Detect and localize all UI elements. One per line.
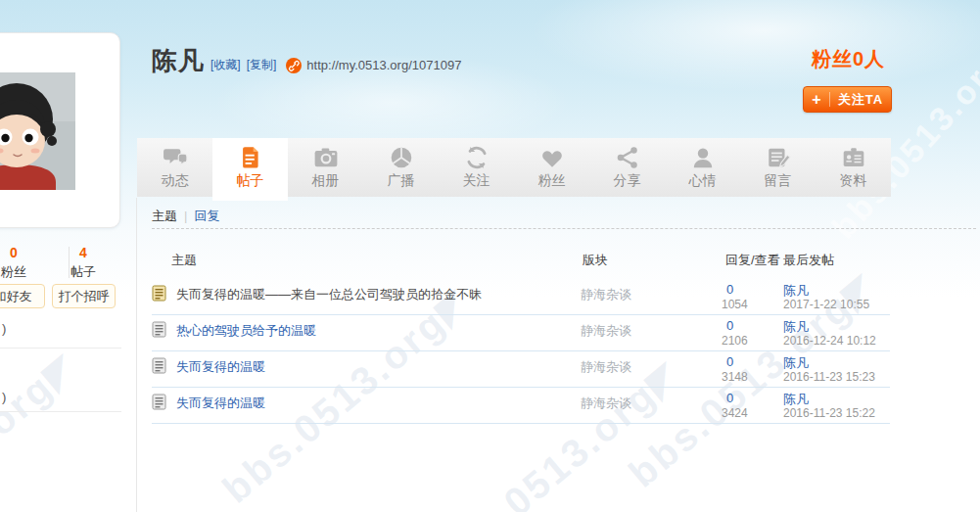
fans-count-label: 粉丝0人 [812,46,885,72]
avatar-card [0,32,120,228]
add-friend-button[interactable]: 加好友 [0,284,45,308]
tab-guanzhu[interactable]: 关注 [439,138,514,197]
topic-title-link[interactable]: 失而复得的温暖——来自一位总公司驾驶员的拾金不昧 [176,286,482,303]
topic-views: 3424 [722,406,748,420]
col-header-last-post: 最后发帖 [783,252,834,269]
globe-sphere-icon [389,145,414,170]
topic-title-link[interactable]: 热心的驾驶员给予的温暖 [176,322,316,340]
topic-icon [152,357,166,374]
link-ball-icon [286,58,302,73]
stat-fans[interactable]: 0 粉丝 [0,245,53,281]
tab-tiezi-active[interactable]: 帖子 [212,138,288,201]
topic-replies[interactable]: 0 [726,318,733,333]
col-header-replies-views: 回复/查看 [725,252,780,269]
copy-link[interactable]: [复制] [247,57,277,73]
tab-fensi[interactable]: 粉丝 [514,138,589,197]
topic-views: 1054 [722,298,748,311]
table-row: 热心的驾驶员给予的温暖 静海杂谈 0 2106 陈凡 2016-12-24 10… [152,315,890,351]
person-icon [690,145,716,170]
last-post-date: 2016-11-23 15:23 [783,370,875,384]
page-title: 陈凡 [152,44,205,78]
stat-posts[interactable]: 4 帖子 [51,245,116,281]
col-header-forum: 版块 [583,252,608,269]
chat-bubbles-icon [163,145,188,170]
refresh-arrows-icon [464,145,490,170]
subnav-topics[interactable]: 主题 [152,209,177,223]
subnav-divider: | [184,209,187,223]
profile-url-wrap: http://my.0513.org/1071097 [286,58,461,73]
stat-posts-label: 帖子 [51,263,116,281]
topic-forum[interactable]: 静海杂谈 [581,322,631,340]
topic-replies[interactable]: 0 [726,391,733,405]
tab-xinqing[interactable]: 心情 [665,138,740,197]
profile-tabbar: 动态 帖子 相册 [137,138,891,197]
topic-title-link[interactable]: 失而复得的温暖 [176,395,265,412]
favorite-link[interactable]: [收藏] [210,57,241,73]
table-row: 失而复得的温暖——来自一位总公司驾驶员的拾金不昧 静海杂谈 0 1054 陈凡 … [152,279,890,315]
table-row: 失而复得的温暖 静海杂谈 0 3148 陈凡 2016-11-23 15:23 [152,351,890,388]
stat-fans-value: 0 [0,245,53,260]
last-post-date: 2016-12-24 10:12 [783,334,876,348]
sidebar-section-clipped: ) [2,390,6,404]
share-nodes-icon [615,145,640,170]
tab-liuyan[interactable]: 留言 [740,138,816,197]
sidebar-section-clipped: ) [2,321,6,336]
tab-label: 资料 [840,172,867,190]
stat-fans-label: 粉丝 [0,263,53,281]
follow-button-label: 关注TA [830,91,891,109]
plus-icon: + [804,91,829,109]
tab-label: 相册 [312,172,340,190]
topic-title-link[interactable]: 失而复得的温暖 [176,358,265,376]
topic-forum[interactable]: 静海杂谈 [581,358,631,376]
last-post-date: 2017-1-22 10:55 [783,298,869,311]
tab-label: 粉丝 [538,172,566,190]
watermark: bbs.0513.org◤ [0,343,87,512]
topic-forum[interactable]: 静海杂谈 [581,286,631,303]
tab-label: 动态 [162,172,189,190]
stat-posts-value: 4 [51,245,116,260]
camera-icon [313,145,339,170]
col-header-topic: 主题 [171,252,197,269]
sidebar-divider [0,348,121,349]
tab-label: 广播 [388,172,415,190]
user-avatar-image [0,72,75,190]
topic-read-icon [152,285,166,302]
tab-label: 留言 [765,172,792,190]
follow-button[interactable]: + 关注TA [803,86,892,113]
note-pencil-icon [766,145,791,170]
tab-guangbo[interactable]: 广播 [363,138,439,197]
topic-views: 3148 [722,370,748,384]
heart-icon [539,145,565,170]
content-left-border [136,198,137,512]
profile-page: bbs.0513.org◤ bbs.0513.org◤ bbs.0513.org… [0,0,980,512]
topic-icon [152,321,166,338]
sidebar-divider [0,411,121,412]
tab-fenxiang[interactable]: 分享 [589,138,665,197]
tab-label: 心情 [689,172,717,190]
table-row: 失而复得的温暖 静海杂谈 0 3424 陈凡 2016-11-23 15:22 [152,388,890,424]
id-card-icon [841,145,866,170]
topic-replies[interactable]: 0 [726,354,733,369]
topic-replies[interactable]: 0 [726,282,733,297]
topic-icon [152,394,166,410]
topic-views: 2106 [722,334,748,348]
tab-dongtai[interactable]: 动态 [137,138,212,197]
post-subnav: 主题|回复 [152,208,219,225]
topic-forum[interactable]: 静海杂谈 [581,395,631,412]
last-post-date: 2016-11-23 15:22 [783,406,875,420]
tab-label: 分享 [614,172,641,190]
subnav-replies[interactable]: 回复 [194,209,219,223]
profile-header: 陈凡 [收藏] [复制] http://my.0513.org/1071097 [152,44,461,78]
dashed-divider [152,228,976,229]
avatar[interactable] [0,72,75,190]
tab-label: 帖子 [237,172,264,190]
tab-label: 关注 [463,172,490,190]
say-hello-button[interactable]: 打个招呼 [52,284,116,308]
document-icon [238,145,263,170]
profile-url[interactable]: http://my.0513.org/1071097 [306,58,461,72]
tab-xiangce[interactable]: 相册 [288,138,363,197]
tab-ziliao[interactable]: 资料 [816,138,891,197]
